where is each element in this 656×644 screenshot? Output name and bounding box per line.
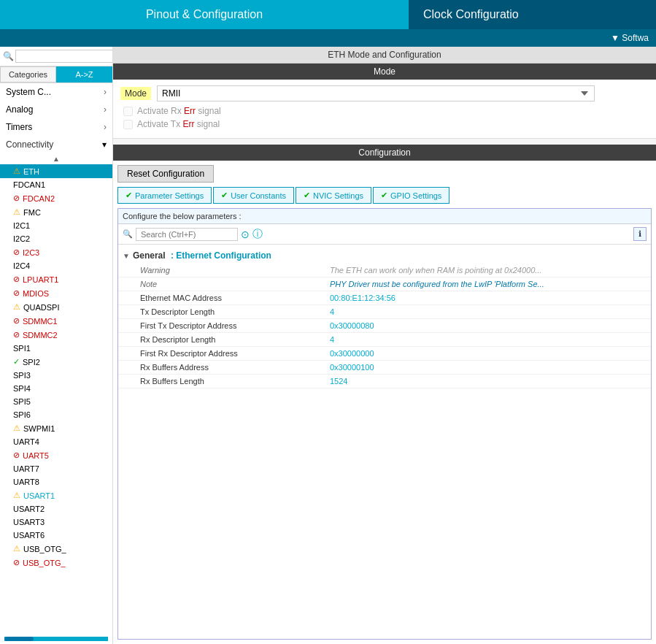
mode-select[interactable]: RMII MII Disable	[157, 85, 595, 101]
tab-az[interactable]: A->Z	[56, 66, 112, 83]
param-row-rx-buf-addr: Rx Buffers Address 0x30000100	[118, 361, 651, 375]
scroll-up-btn[interactable]: ▲	[0, 153, 112, 164]
reset-config-button[interactable]: Reset Configuration	[117, 165, 214, 183]
search-icon: 🔍	[3, 51, 14, 61]
sidebar-item-i2c3[interactable]: ⊘ I2C3	[0, 245, 112, 259]
tab-gpio-settings[interactable]: ✔ GPIO Settings	[373, 187, 449, 204]
sidebar-item-fdcan2[interactable]: ⊘ FDCAN2	[0, 191, 112, 205]
filter-icon[interactable]: ⊙	[241, 229, 250, 240]
warn-icon: ⚠	[13, 491, 20, 500]
tab-parameter-settings[interactable]: ✔ Parameter Settings	[117, 187, 212, 204]
chevron-right-icon: ›	[104, 122, 107, 132]
ok-icon: ✓	[13, 357, 20, 367]
warn-icon: ⚠	[13, 166, 20, 176]
header-right: Clock Configuratio	[409, 0, 656, 29]
sidebar-item-timers[interactable]: Timers ›	[0, 118, 112, 136]
param-row-warning: Warning The ETH can work only when RAM i…	[118, 264, 651, 277]
sidebar-item-usb-otg-1[interactable]: ⚠ USB_OTG_	[0, 542, 112, 556]
param-name-rx-buf-addr: Rx Buffers Address	[140, 363, 330, 372]
sidebar-item-analog[interactable]: Analog ›	[0, 101, 112, 118]
clock-title: Clock Configuratio	[423, 8, 519, 21]
sidebar-item-spi2[interactable]: ✓ SPI2	[0, 355, 112, 369]
param-value-rx-buf-len: 1524	[330, 377, 647, 386]
param-value-mac: 00:80:E1:12:34:56	[330, 294, 647, 302]
sidebar-item-usart3[interactable]: USART3	[0, 515, 112, 529]
sidebar-item-label: Analog	[6, 104, 33, 115]
sidebar-item-usart1[interactable]: ⚠ USART1	[0, 488, 112, 502]
sidebar-item-usart6[interactable]: USART6	[0, 529, 112, 542]
configure-label: Configure the below parameters :	[123, 212, 242, 221]
sidebar-item-spi6[interactable]: SPI6	[0, 408, 112, 421]
chevron-down-icon: ▼	[123, 252, 130, 260]
sidebar-item-mdios[interactable]: ⊘ MDIOS	[0, 286, 112, 300]
activate-rx-err-checkbox[interactable]	[123, 107, 133, 116]
tab-user-constants[interactable]: ✔ User Constants	[213, 187, 294, 204]
sidebar-item-swpmi1[interactable]: ⚠ SWPMI1	[0, 421, 112, 435]
group-label: General	[133, 250, 166, 261]
panel-title: ETH Mode and Configuration	[113, 47, 656, 64]
sidebar-search-input[interactable]	[15, 50, 113, 63]
mode-header: Mode	[113, 64, 656, 80]
activate-rx-err-label: Activate Rx Err signal	[137, 106, 221, 116]
connectivity-header[interactable]: Connectivity ▾	[0, 136, 112, 153]
chevron-right-icon: ›	[104, 104, 107, 115]
warn-icon: ⚠	[13, 423, 20, 433]
param-name-tx-desc-len: Tx Descriptor Length	[140, 307, 330, 316]
sidebar-item-i2c2[interactable]: I2C2	[0, 232, 112, 245]
activate-tx-err-label: Activate Tx Err signal	[137, 119, 220, 129]
mode-label: Mode	[120, 87, 151, 100]
param-search-input[interactable]	[136, 228, 238, 241]
sidebar-item-uart5[interactable]: ⊘ UART5	[0, 448, 112, 462]
err-icon: ⊘	[13, 288, 20, 298]
software-bar: ▼ Softwa	[0, 29, 656, 47]
err-icon: ⊘	[13, 275, 20, 284]
mode-body: Mode RMII MII Disable Activate Rx Err si…	[113, 80, 656, 138]
sidebar-item-i2c4[interactable]: I2C4	[0, 259, 112, 272]
param-row-first-tx-addr: First Tx Descriptor Address 0x30000080	[118, 319, 651, 333]
tab-parameter-label: Parameter Settings	[135, 191, 204, 200]
sidebar-item-fmc[interactable]: ⚠ FMC	[0, 205, 112, 219]
sidebar-item-uart7[interactable]: UART7	[0, 462, 112, 475]
tab-nvic-label: NVIC Settings	[313, 191, 363, 200]
sidebar-item-sdmmc2[interactable]: ⊘ SDMMC2	[0, 328, 112, 342]
param-value-first-rx-addr: 0x30000000	[330, 349, 647, 358]
activate-tx-err-checkbox[interactable]	[123, 120, 133, 129]
sidebar-item-usb-otg-2[interactable]: ⊘ USB_OTG_	[0, 556, 112, 570]
group-sub-label: : Ethernet Configuration	[169, 250, 271, 261]
sidebar-item-spi5[interactable]: SPI5	[0, 395, 112, 408]
connectivity-section: Connectivity ▾ ▲ ⚠ ETH FDCAN1 ⊘ FDCAN2 ⚠	[0, 136, 112, 570]
param-group-header[interactable]: ▼ General : Ethernet Configuration	[118, 248, 651, 264]
chevron-right-icon: ›	[104, 87, 107, 97]
err-icon: ⊘	[13, 451, 20, 460]
info-circle-icon[interactable]: ⓘ	[252, 228, 263, 241]
sidebar-item-uart4[interactable]: UART4	[0, 435, 112, 448]
param-row-note: Note PHY Driver must be configured from …	[118, 277, 651, 291]
sidebar-item-system[interactable]: System C... ›	[0, 83, 112, 101]
sidebar-item-sdmmc1[interactable]: ⊘ SDMMC1	[0, 314, 112, 328]
sidebar-item-eth[interactable]: ⚠ ETH	[0, 164, 112, 178]
param-name-note: Note	[140, 280, 330, 288]
tab-gpio-label: GPIO Settings	[390, 191, 441, 200]
config-body: Reset Configuration ✔ Parameter Settings…	[113, 161, 656, 644]
param-value-note: PHY Driver must be configured from the L…	[330, 280, 647, 288]
sidebar-item-uart8[interactable]: UART8	[0, 475, 112, 488]
sidebar-item-spi3[interactable]: SPI3	[0, 369, 112, 382]
scroll-bar[interactable]	[4, 637, 108, 641]
param-name-warning: Warning	[140, 266, 330, 275]
sidebar-item-usart2[interactable]: USART2	[0, 502, 112, 515]
sidebar-item-spi4[interactable]: SPI4	[0, 382, 112, 395]
main-area: 🔍 Categories A->Z System C... › Analog ›…	[0, 47, 656, 644]
sidebar-item-i2c1[interactable]: I2C1	[0, 219, 112, 232]
sidebar-item-fdcan1[interactable]: FDCAN1	[0, 178, 112, 191]
sidebar-tabs: Categories A->Z	[0, 66, 112, 83]
tab-nvic-settings[interactable]: ✔ NVIC Settings	[296, 187, 371, 204]
sidebar-item-quadspi[interactable]: ⚠ QUADSPI	[0, 300, 112, 314]
check-icon: ✔	[221, 191, 228, 200]
info-button[interactable]: ℹ	[633, 227, 647, 241]
sidebar-item-spi1[interactable]: SPI1	[0, 342, 112, 355]
tab-categories[interactable]: Categories	[0, 66, 56, 83]
app-container: Pinout & Configuration Clock Configurati…	[0, 0, 656, 644]
param-name-rx-desc-len: Rx Descriptor Length	[140, 335, 330, 344]
header-left: Pinout & Configuration	[0, 0, 409, 29]
sidebar-item-lpuart1[interactable]: ⊘ LPUART1	[0, 272, 112, 286]
